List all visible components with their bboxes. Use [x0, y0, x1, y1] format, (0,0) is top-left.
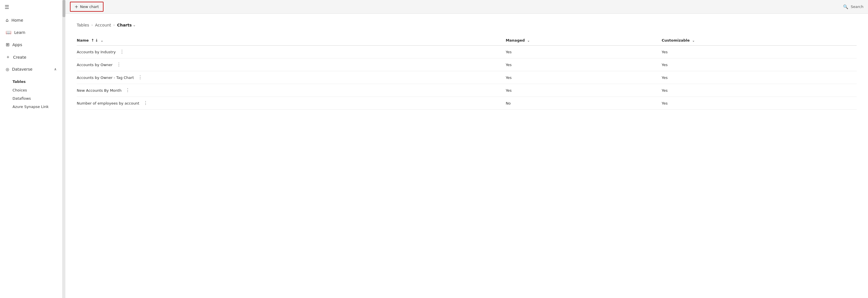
sidebar-item-create[interactable]: ＋ Create	[1, 51, 61, 63]
breadcrumb: Tables › Account › Charts ⌄	[77, 23, 857, 27]
row-name-label: Accounts by Owner	[77, 63, 113, 67]
cell-name-3: New Accounts By Month⋮	[77, 84, 506, 97]
table-row: Accounts by Owner⋮YesYes	[77, 58, 857, 71]
col-header-managed: Managed ⌄	[506, 35, 662, 46]
filter-managed-icon[interactable]: ⌄	[527, 39, 530, 43]
search-area[interactable]: 🔍 Search	[843, 4, 863, 9]
cell-managed-2: Yes	[506, 71, 662, 84]
toolbar: + New chart 🔍 Search	[65, 0, 868, 14]
cell-customizable-0: Yes	[661, 46, 857, 58]
sidebar-item-azure-synapse[interactable]: Azure Synapse Link	[12, 103, 62, 111]
col-header-name: Name ↑ ↓ ⌄	[77, 35, 506, 46]
sidebar-scrollbar[interactable]	[63, 0, 65, 298]
table-row: Number of employees by account⋮NoYes	[77, 97, 857, 110]
apps-icon: ⊞	[6, 42, 9, 47]
cell-customizable-4: Yes	[661, 97, 857, 110]
sidebar-dataverse-submenu: Tables Choices Dataflows Azure Synapse L…	[0, 75, 62, 112]
breadcrumb-current-label: Charts	[117, 23, 132, 27]
sidebar-item-dataflows[interactable]: Dataflows	[12, 94, 62, 103]
search-label: Search	[851, 5, 863, 9]
hamburger-menu[interactable]: ☰	[0, 0, 62, 14]
row-menu-button[interactable]: ⋮	[136, 75, 145, 80]
col-header-customizable: Customizable ⌄	[661, 35, 857, 46]
cell-managed-1: Yes	[506, 58, 662, 71]
breadcrumb-chevron-icon[interactable]: ⌄	[133, 23, 135, 27]
table-row: Accounts by Industry⋮YesYes	[77, 46, 857, 58]
sort-down-icon: ↓	[95, 38, 98, 43]
sidebar-item-choices[interactable]: Choices	[12, 86, 62, 94]
sidebar-item-label: Home	[11, 18, 23, 23]
sidebar-item-tables[interactable]: Tables	[12, 77, 62, 86]
cell-managed-4: No	[506, 97, 662, 110]
row-name-label: Accounts by Industry	[77, 50, 116, 54]
row-name-label: New Accounts By Month	[77, 88, 121, 92]
sidebar-item-apps[interactable]: ⊞ Apps	[1, 39, 61, 50]
home-icon: ⌂	[6, 17, 8, 23]
cell-name-0: Accounts by Industry⋮	[77, 46, 506, 58]
sidebar-item-learn[interactable]: 📖 Learn	[1, 27, 61, 38]
sidebar: ☰ ⌂ Home 📖 Learn ⊞ Apps ＋ Create ◎ Datav…	[0, 0, 63, 298]
cell-customizable-2: Yes	[661, 71, 857, 84]
sort-icons-name[interactable]: ↑ ↓	[91, 38, 98, 43]
table-header-row: Name ↑ ↓ ⌄ Managed ⌄ Customizable ⌄	[77, 35, 857, 46]
new-chart-button[interactable]: + New chart	[70, 2, 103, 12]
sidebar-item-label: Dataverse	[12, 67, 32, 72]
search-icon: 🔍	[843, 4, 848, 9]
breadcrumb-tables[interactable]: Tables	[77, 23, 89, 27]
cell-name-2: Accounts by Owner - Tag Chart⋮	[77, 71, 506, 84]
cell-customizable-1: Yes	[661, 58, 857, 71]
row-menu-button[interactable]: ⋮	[124, 87, 132, 93]
filter-customizable-icon[interactable]: ⌄	[692, 39, 694, 43]
breadcrumb-sep-2: ›	[114, 23, 115, 27]
breadcrumb-sep-1: ›	[92, 23, 93, 27]
row-menu-button[interactable]: ⋮	[142, 100, 150, 106]
breadcrumb-account[interactable]: Account	[95, 23, 111, 27]
sidebar-item-label: Apps	[12, 43, 22, 47]
book-icon: 📖	[6, 30, 11, 35]
sidebar-item-label: Learn	[14, 30, 25, 35]
sidebar-item-home[interactable]: ⌂ Home	[1, 15, 61, 26]
filter-name-icon[interactable]: ⌄	[101, 39, 103, 43]
table-row: New Accounts By Month⋮YesYes	[77, 84, 857, 97]
plus-icon: +	[74, 4, 78, 9]
scrollbar-thumb[interactable]	[63, 0, 65, 17]
table-row: Accounts by Owner - Tag Chart⋮YesYes	[77, 71, 857, 84]
cell-customizable-3: Yes	[661, 84, 857, 97]
sidebar-item-dataverse[interactable]: ◎ Dataverse ∧	[1, 64, 61, 74]
sort-up-icon: ↑	[91, 38, 94, 43]
cell-managed-0: Yes	[506, 46, 662, 58]
toolbar-left: + New chart	[70, 2, 103, 12]
row-menu-button[interactable]: ⋮	[118, 49, 126, 55]
row-name-label: Accounts by Owner - Tag Chart	[77, 76, 134, 80]
main-wrapper: + New chart 🔍 Search Tables › Account › …	[65, 0, 868, 298]
new-chart-label: New chart	[80, 5, 99, 9]
charts-table: Name ↑ ↓ ⌄ Managed ⌄ Customizable ⌄	[77, 35, 857, 110]
cell-name-4: Number of employees by account⋮	[77, 97, 506, 110]
breadcrumb-current: Charts ⌄	[117, 23, 136, 27]
sidebar-item-label: Create	[13, 55, 26, 59]
content-area: Tables › Account › Charts ⌄ Name ↑ ↓	[65, 14, 868, 298]
row-menu-button[interactable]: ⋮	[115, 62, 123, 67]
chevron-up-icon: ∧	[54, 67, 57, 71]
row-name-label: Number of employees by account	[77, 101, 139, 105]
create-icon: ＋	[6, 54, 10, 60]
cell-managed-3: Yes	[506, 84, 662, 97]
dataverse-icon: ◎	[6, 67, 9, 72]
cell-name-1: Accounts by Owner⋮	[77, 58, 506, 71]
